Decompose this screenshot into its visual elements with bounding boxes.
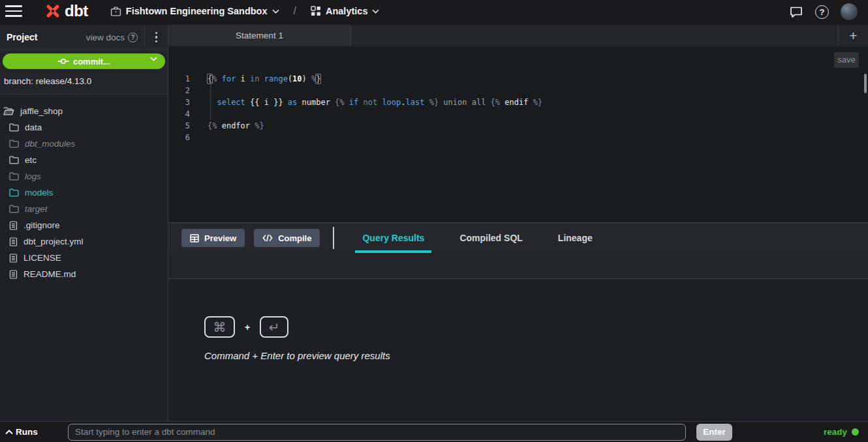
line-number: 2 xyxy=(168,85,200,96)
tree-item-license[interactable]: LICENSE xyxy=(0,250,168,266)
code-text xyxy=(200,85,208,96)
code-text xyxy=(200,108,208,120)
code-text: {% endfor %} xyxy=(200,120,264,132)
tree-item-label: dbt_project.yml xyxy=(23,237,84,246)
folder-icon xyxy=(9,188,19,197)
code-icon xyxy=(262,234,273,242)
status-dot-icon xyxy=(852,428,859,435)
folder-icon xyxy=(9,205,19,213)
results-substrip xyxy=(168,253,868,279)
tree-item-models[interactable]: models xyxy=(0,184,168,201)
view-docs-link[interactable]: view docs ? xyxy=(86,33,144,42)
file-icon xyxy=(9,254,18,263)
code-line-1[interactable]: 1{% for i in range(10) %} xyxy=(168,73,868,85)
tab-statement-1[interactable]: Statement 1 xyxy=(168,25,351,46)
dbt-command-input[interactable] xyxy=(68,424,686,441)
chat-icon[interactable] xyxy=(789,5,803,19)
return-key-icon: ↵ xyxy=(260,316,288,338)
commit-button[interactable]: commit... xyxy=(3,53,165,69)
tree-item-dbt-project-yml[interactable]: dbt_project.yml xyxy=(0,233,168,250)
file-icon xyxy=(9,221,18,230)
code-line-2[interactable]: 2 xyxy=(168,85,868,96)
editor-area: Statement 1 + save 1{% for i in range(10… xyxy=(168,25,868,421)
line-number: 5 xyxy=(168,120,200,132)
editor-scrollbar[interactable] xyxy=(864,74,867,93)
account-switcher[interactable]: Fishtown Engineering Sandbox xyxy=(110,6,279,17)
folder-icon xyxy=(9,172,19,181)
git-commit-icon xyxy=(57,57,69,65)
shortcut-hint-keys: ⌘ + ↵ xyxy=(204,316,868,338)
code-line-6[interactable]: 6 xyxy=(168,132,868,143)
sidebar-header: Project view docs ? xyxy=(0,25,168,50)
new-tab-button[interactable]: + xyxy=(838,25,868,46)
shortcut-hint-text: Command + Enter to preview query results xyxy=(204,350,868,361)
workspace: Project view docs ? commit... xyxy=(0,25,868,421)
line-number: 1 xyxy=(168,73,200,85)
dbt-logo-text: dbt xyxy=(65,2,88,20)
header-divider xyxy=(333,227,334,249)
compile-button[interactable]: Compile xyxy=(254,229,320,247)
tab-label: Statement 1 xyxy=(236,31,283,40)
grid-icon xyxy=(311,6,321,16)
folder-icon xyxy=(9,123,19,132)
user-avatar[interactable] xyxy=(841,3,858,20)
help-icon[interactable]: ? xyxy=(815,5,829,19)
results-panel-header: Preview Compile Query ResultsCompiled SQ… xyxy=(168,222,868,253)
status-text: ready xyxy=(824,427,847,437)
dbt-logo-icon xyxy=(44,3,61,20)
enter-button[interactable]: Enter xyxy=(696,424,732,441)
plus-icon: + xyxy=(849,28,857,44)
command-status-bar: Runs Enter ready xyxy=(0,421,868,442)
results-tab-compiled-sql[interactable]: Compiled SQL xyxy=(452,223,529,253)
code-line-3[interactable]: 3 select {{ i }} as number {% if not loo… xyxy=(168,96,868,108)
view-docs-label: view docs xyxy=(86,33,125,42)
tree-item-etc[interactable]: etc xyxy=(0,152,168,168)
chevron-down-icon xyxy=(150,57,157,61)
tree-item-jaffle-shop[interactable]: jaffle_shop xyxy=(0,103,168,119)
tree-item-label: models xyxy=(25,188,54,198)
code-text xyxy=(200,132,208,143)
hamburger-menu-icon[interactable] xyxy=(5,5,22,18)
file-tree: jaffle_shopdatadbt_modulesetclogsmodelst… xyxy=(0,95,168,421)
tree-item--gitignore[interactable]: .gitignore xyxy=(0,217,168,233)
tree-item-target[interactable]: target xyxy=(0,201,168,217)
tree-item-readme-md[interactable]: README.md xyxy=(0,266,168,282)
editor-toolbar: save xyxy=(168,46,868,73)
plus-separator: + xyxy=(245,322,250,332)
file-icon xyxy=(9,237,18,246)
tree-item-data[interactable]: data xyxy=(0,119,168,136)
tree-item-logs[interactable]: logs xyxy=(0,168,168,184)
results-tab-lineage[interactable]: Lineage xyxy=(551,223,600,253)
code-line-4[interactable]: 4 xyxy=(168,108,868,120)
briefcase-icon xyxy=(110,6,121,17)
tree-item-label: etc xyxy=(25,155,37,165)
runs-panel-toggle[interactable]: Runs xyxy=(5,427,68,437)
line-number: 3 xyxy=(168,96,200,108)
file-explorer-sidebar: Project view docs ? commit... xyxy=(0,25,168,421)
breadcrumb-separator: / xyxy=(294,5,296,17)
tree-item-label: data xyxy=(25,123,42,132)
version-control-area: commit... branch: release/4.13.0 xyxy=(0,50,168,95)
code-line-5[interactable]: 5{% endfor %} xyxy=(168,120,868,132)
editor-tab-bar: Statement 1 + xyxy=(168,25,868,46)
compile-button-label: Compile xyxy=(278,233,311,243)
tree-item-dbt-modules[interactable]: dbt_modules xyxy=(0,136,168,152)
table-icon xyxy=(190,234,199,243)
results-tab-query-results[interactable]: Query Results xyxy=(355,223,431,253)
sidebar-kebab-menu[interactable] xyxy=(144,25,168,50)
chevron-down-icon xyxy=(272,9,279,14)
chevron-up-icon xyxy=(5,430,13,435)
kebab-icon xyxy=(155,32,158,43)
save-button[interactable]: save xyxy=(834,52,859,68)
code-editor[interactable]: 1{% for i in range(10) %}23 select {{ i … xyxy=(168,73,868,222)
tree-item-label: target xyxy=(25,204,48,214)
tree-item-label: LICENSE xyxy=(23,253,61,263)
runs-label: Runs xyxy=(16,427,38,437)
preview-button[interactable]: Preview xyxy=(181,229,245,247)
project-switcher[interactable]: Analytics xyxy=(311,6,379,16)
project-name: Analytics xyxy=(326,6,367,16)
folder-icon xyxy=(9,140,19,148)
results-body: ⌘ + ↵ Command + Enter to preview query r… xyxy=(168,279,868,421)
preview-button-label: Preview xyxy=(204,233,236,243)
dbt-logo[interactable]: dbt xyxy=(44,2,88,20)
